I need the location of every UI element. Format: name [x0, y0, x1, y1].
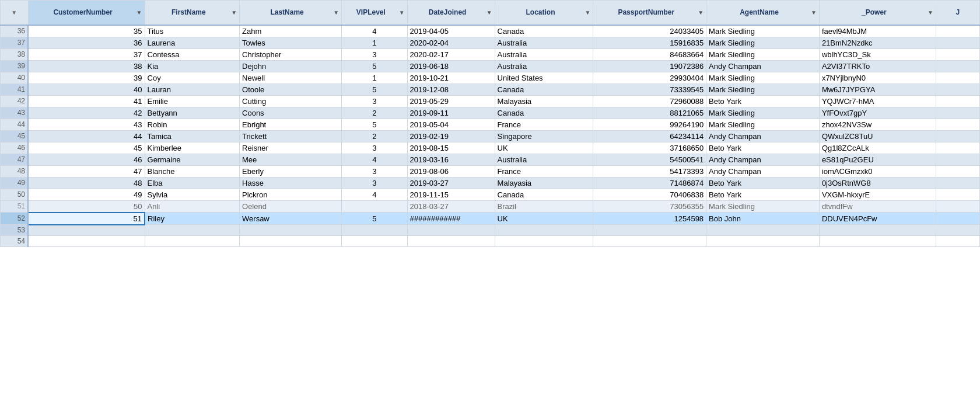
cell-last-name[interactable]: Newell: [240, 72, 342, 84]
cell-passport-number[interactable]: 19072386: [593, 60, 706, 72]
cell-power[interactable]: Mw6J7JYPGYA: [819, 84, 936, 95]
cell-agent-name[interactable]: Beto Yark: [706, 95, 820, 107]
cell-agent-name[interactable]: Mark Siedling: [706, 200, 820, 213]
cell-last-name[interactable]: [240, 236, 342, 247]
cell-customer-number[interactable]: [28, 236, 145, 247]
cell-j[interactable]: [936, 213, 979, 225]
cell-last-name[interactable]: Wersaw: [240, 213, 342, 225]
dropdown-arrow-icon[interactable]: ▼: [811, 9, 817, 16]
cell-location[interactable]: Australia: [495, 60, 593, 72]
cell-customer-number[interactable]: 42: [28, 107, 145, 119]
cell-date-joined[interactable]: [407, 225, 495, 236]
cell-j[interactable]: [936, 177, 979, 189]
cell-date-joined[interactable]: 2019-11-15: [407, 189, 495, 200]
cell-first-name[interactable]: Titus: [145, 25, 240, 37]
table-row[interactable]: 4847BlancheEberly32019-08-06France541733…: [1, 165, 980, 177]
cell-last-name[interactable]: Eberly: [240, 165, 342, 177]
cell-power[interactable]: dtvndfFw: [819, 200, 936, 213]
cell-passport-number[interactable]: 84683664: [593, 48, 706, 60]
cell-passport-number[interactable]: 54173393: [593, 165, 706, 177]
cell-customer-number[interactable]: 48: [28, 177, 145, 189]
column-header-FirstName[interactable]: FirstName▼: [145, 1, 240, 25]
dropdown-arrow-icon[interactable]: ▼: [487, 9, 492, 16]
cell-last-name[interactable]: Otoole: [240, 84, 342, 95]
cell-passport-number[interactable]: 29930404: [593, 72, 706, 84]
dropdown-arrow-icon[interactable]: ▼: [399, 9, 405, 16]
cell-passport-number[interactable]: [593, 225, 706, 236]
cell-vip-level[interactable]: 1: [342, 72, 408, 84]
cell-agent-name[interactable]: Mark Siedling: [706, 84, 820, 95]
cell-date-joined[interactable]: ############: [407, 213, 495, 225]
cell-first-name[interactable]: Blanche: [145, 165, 240, 177]
cell-last-name[interactable]: Pickron: [240, 189, 342, 200]
cell-first-name[interactable]: Coy: [145, 72, 240, 84]
cell-vip-level[interactable]: [342, 225, 408, 236]
column-header-DateJoined[interactable]: DateJoined▼: [407, 1, 495, 25]
cell-vip-level[interactable]: 2: [342, 107, 408, 119]
cell-date-joined[interactable]: 2019-03-27: [407, 177, 495, 189]
cell-j[interactable]: [936, 48, 979, 60]
cell-power[interactable]: YfFOvxt7gpY: [819, 107, 936, 119]
cell-passport-number[interactable]: 24033405: [593, 25, 706, 37]
cell-j[interactable]: [936, 165, 979, 177]
cell-first-name[interactable]: Kia: [145, 60, 240, 72]
cell-location[interactable]: United States: [495, 72, 593, 84]
cell-first-name[interactable]: Contessa: [145, 48, 240, 60]
cell-date-joined[interactable]: 2020-02-17: [407, 48, 495, 60]
cell-vip-level[interactable]: [342, 200, 408, 213]
cell-passport-number[interactable]: 73339545: [593, 84, 706, 95]
cell-power[interactable]: faevl94MbJM: [819, 25, 936, 37]
table-row[interactable]: 5049SylviaPickron42019-11-15Canada704068…: [1, 189, 980, 200]
cell-date-joined[interactable]: 2019-02-19: [407, 130, 495, 142]
cell-first-name[interactable]: Emilie: [145, 95, 240, 107]
cell-last-name[interactable]: Oelend: [240, 200, 342, 213]
cell-power[interactable]: A2VI37TRKTo: [819, 60, 936, 72]
cell-location[interactable]: Canada: [495, 25, 593, 37]
cell-first-name[interactable]: [145, 225, 240, 236]
cell-location[interactable]: Malayasia: [495, 95, 593, 107]
cell-customer-number[interactable]: 46: [28, 154, 145, 165]
cell-power[interactable]: [819, 225, 936, 236]
cell-agent-name[interactable]: [706, 236, 820, 247]
cell-power[interactable]: Qg1l8ZCcALk: [819, 142, 936, 154]
cell-j[interactable]: [936, 154, 979, 165]
dropdown-arrow-icon[interactable]: ▼: [333, 9, 339, 16]
cell-power[interactable]: x7NYjlbnyN0: [819, 72, 936, 84]
table-row[interactable]: 3736LaurenaTowles12020-02-04Australia159…: [1, 37, 980, 48]
cell-customer-number[interactable]: 35: [28, 25, 145, 37]
cell-customer-number[interactable]: 41: [28, 95, 145, 107]
column-header-_Power[interactable]: _Power▼: [819, 1, 936, 25]
cell-vip-level[interactable]: 3: [342, 48, 408, 60]
cell-power[interactable]: QWxulZC8TuU: [819, 130, 936, 142]
cell-agent-name[interactable]: Andy Champan: [706, 154, 820, 165]
cell-passport-number[interactable]: 54500541: [593, 154, 706, 165]
cell-agent-name[interactable]: Bob John: [706, 213, 820, 225]
cell-customer-number[interactable]: 51: [28, 213, 145, 225]
dropdown-arrow-icon[interactable]: ▼: [698, 9, 704, 16]
cell-customer-number[interactable]: 45: [28, 142, 145, 154]
cell-vip-level[interactable]: 1: [342, 37, 408, 48]
column-header-VIPLevel[interactable]: VIPLevel▼: [342, 1, 408, 25]
cell-vip-level[interactable]: 5: [342, 119, 408, 130]
cell-last-name[interactable]: Towles: [240, 37, 342, 48]
cell-last-name[interactable]: Ebright: [240, 119, 342, 130]
cell-last-name[interactable]: Hasse: [240, 177, 342, 189]
cell-power[interactable]: iomACGmzxk0: [819, 165, 936, 177]
cell-last-name[interactable]: Trickett: [240, 130, 342, 142]
cell-j[interactable]: [936, 95, 979, 107]
cell-location[interactable]: Brazil: [495, 200, 593, 213]
cell-agent-name[interactable]: Mark Siedling: [706, 25, 820, 37]
column-header-Location[interactable]: Location▼: [495, 1, 593, 25]
cell-date-joined[interactable]: 2019-12-08: [407, 84, 495, 95]
cell-vip-level[interactable]: 3: [342, 177, 408, 189]
table-row[interactable]: 3635TitusZahm42019-04-05Canada24033405Ma…: [1, 25, 980, 37]
cell-customer-number[interactable]: 50: [28, 200, 145, 213]
cell-location[interactable]: UK: [495, 213, 593, 225]
cell-date-joined[interactable]: [407, 236, 495, 247]
cell-passport-number[interactable]: [593, 236, 706, 247]
cell-last-name[interactable]: Reisner: [240, 142, 342, 154]
table-row[interactable]: 4746GermaineMee42019-03-16Australia54500…: [1, 154, 980, 165]
table-row[interactable]: 3938KiaDejohn52019-06-18Australia1907238…: [1, 60, 980, 72]
cell-agent-name[interactable]: Mark Siedling: [706, 48, 820, 60]
cell-first-name[interactable]: Tamica: [145, 130, 240, 142]
